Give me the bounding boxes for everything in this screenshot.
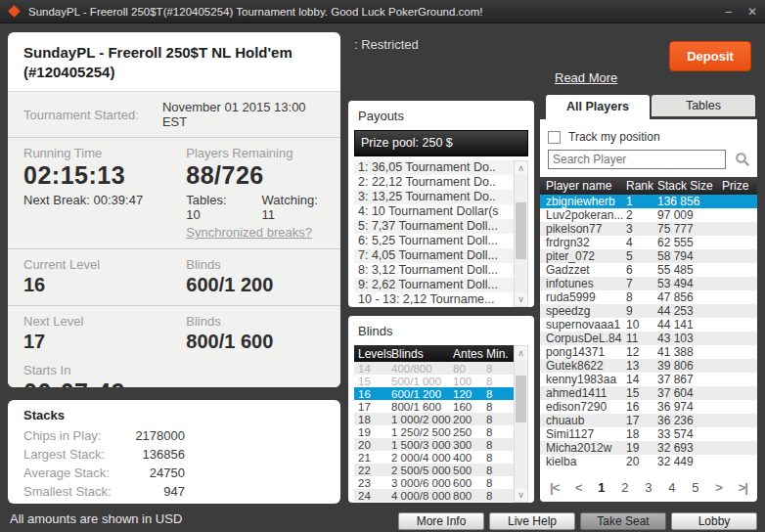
player-stack: 97 009 (657, 208, 722, 222)
player-name: Micha2012w (540, 441, 624, 455)
payouts-scrollbar[interactable]: ∧ ∨ (514, 160, 528, 307)
stacks-card: Stacks Chips in Play: 2178000 Largest St… (8, 400, 340, 504)
stack-label: Smallest Stack: (23, 482, 126, 501)
player-row[interactable]: ahmed1411 15 37 604 (540, 386, 757, 400)
scroll-up-icon[interactable]: ∧ (515, 346, 527, 360)
player-row[interactable]: infotunes 7 53 494 (540, 277, 757, 290)
player-name: supernovaaa1 (540, 318, 624, 332)
blinds-value: 400/800 (391, 363, 453, 375)
player-row[interactable]: Simi1127 18 33 574 (540, 427, 757, 441)
player-row[interactable]: kenny1983aa 14 37 867 (540, 373, 757, 386)
bottom-button[interactable]: Live Help (489, 512, 575, 530)
deposit-button[interactable]: Deposit (669, 41, 751, 71)
pagination-item[interactable]: < (575, 479, 582, 497)
blinds-antes: 250 (453, 426, 486, 438)
pagination-item[interactable]: 1 (598, 479, 605, 497)
next-blinds-label: Blinds (186, 314, 325, 329)
column-levels: Levels (354, 347, 391, 361)
blinds-row: 18 1 000/2 000 200 8 (354, 413, 514, 425)
tab-tables[interactable]: Tables (652, 95, 755, 116)
app-diamond-icon (8, 5, 21, 18)
blinds-scrollbar[interactable]: ∧ ∨ (514, 345, 528, 503)
stack-row: Smallest Stack: 947 (23, 482, 325, 501)
pagination-item[interactable]: 4 (668, 479, 675, 497)
pagination-item[interactable]: 2 (621, 479, 628, 497)
player-row[interactable]: kielba 20 32 449 (540, 455, 757, 468)
player-row[interactable]: speedzg 9 44 253 (540, 304, 757, 318)
blinds-rows: 14 400/800 80 8 15 500/1 000 100 8 16 (354, 362, 514, 502)
pagination-item[interactable]: >| (739, 479, 747, 497)
player-row[interactable]: zbigniewherb 1 136 856 (540, 195, 757, 208)
search-player-input[interactable] (548, 150, 726, 169)
minimize-button[interactable]: – (725, 6, 732, 18)
player-row[interactable]: pong14371 12 41 388 (540, 345, 757, 359)
synchronized-breaks-link[interactable]: Synchronized breaks? (186, 225, 312, 240)
blinds-level: 20 (354, 439, 391, 451)
player-row[interactable]: Gutek8622 13 39 806 (540, 359, 757, 373)
blinds-antes: 100 (453, 376, 486, 387)
scroll-up-icon[interactable]: ∧ (515, 161, 527, 175)
stack-value: 947 (126, 482, 185, 501)
player-rank: 4 (624, 236, 657, 249)
current-level-value: 16 (23, 272, 186, 297)
player-row[interactable]: Gadzzet 6 55 485 (540, 263, 757, 277)
payout-item: 7: 4,05 Tournament Doll... (354, 248, 514, 263)
player-rank: 2 (624, 208, 657, 222)
player-name: CorpusDeL.84 (540, 332, 624, 345)
player-row[interactable]: edison7290 16 36 974 (540, 400, 757, 414)
player-row[interactable]: frdrgn32 4 62 555 (540, 236, 757, 249)
search-icon[interactable] (735, 152, 750, 171)
track-position-checkbox[interactable] (548, 131, 561, 144)
bottom-button[interactable]: Take Seat (580, 512, 666, 530)
player-rank: 6 (624, 263, 657, 277)
player-name: Gutek8622 (540, 359, 624, 373)
blinds-value: 4 000/8 000 (391, 490, 453, 502)
blinds-level: 22 (354, 465, 391, 476)
player-row[interactable]: piter_072 5 58 794 (540, 249, 757, 263)
scroll-down-icon[interactable]: ∨ (515, 488, 527, 502)
read-more-link[interactable]: Read More (555, 70, 617, 85)
player-rank: 10 (624, 318, 657, 332)
player-stack: 43 103 (657, 332, 722, 345)
player-row[interactable]: Luv2pokeran... 2 97 009 (540, 208, 757, 222)
pagination-item[interactable]: 3 (645, 479, 652, 497)
stacks-title: Stacks (23, 408, 325, 422)
bottom-button[interactable]: Lobby (671, 512, 757, 530)
tab-all-players[interactable]: All Players (546, 95, 650, 119)
blinds-min: 8 (486, 426, 514, 438)
scrollbar-thumb[interactable] (516, 202, 526, 259)
usd-note: All amounts are shown in USD (10, 511, 182, 526)
blinds-min: 8 (486, 439, 514, 451)
track-position-label: Track my position (568, 130, 660, 144)
scrollbar-thumb[interactable] (516, 376, 526, 422)
player-name: pong14371 (540, 345, 624, 359)
player-row[interactable]: Micha2012w 19 32 693 (540, 441, 757, 455)
blinds-antes: 600 (453, 477, 486, 489)
players-panel: All Players Tables Track my position Pla… (540, 95, 757, 502)
player-stack: 62 555 (657, 236, 722, 249)
close-button[interactable]: ✕ (747, 6, 757, 18)
player-name: speedzg (540, 304, 624, 318)
title-bar: SundayPL - Freeroll 250$T(#120405254) To… (0, 0, 765, 23)
player-row[interactable]: pikelson77 3 75 777 (540, 222, 757, 236)
player-row[interactable]: CorpusDeL.84 11 43 103 (540, 332, 757, 345)
pagination-item[interactable]: > (715, 479, 722, 497)
payout-item: 4: 10 Tournament Dollar(s (354, 204, 514, 219)
stack-label: Average Stack: (23, 464, 126, 482)
blinds-row: 21 2 000/4 000 400 8 (354, 451, 514, 464)
pagination-item[interactable]: 5 (692, 479, 698, 497)
stacks-rows: Chips in Play: 2178000 Largest Stack: 13… (23, 426, 325, 501)
players-rows: zbigniewherb 1 136 856 Luv2pokeran... 2 … (540, 195, 757, 468)
player-stack: 41 388 (657, 345, 722, 359)
player-row[interactable]: chuaub 17 36 236 (540, 414, 757, 427)
player-row[interactable]: supernovaaa1 10 44 141 (540, 318, 757, 332)
payouts-title: Payouts (358, 109, 524, 123)
window-title: SundayPL - Freeroll 250$T(#120405254) To… (28, 6, 709, 18)
scroll-down-icon[interactable]: ∨ (515, 292, 527, 306)
player-row[interactable]: ruda5999 8 47 856 (540, 290, 757, 304)
bottom-button[interactable]: More Info (398, 512, 484, 530)
column-rank: Rank (624, 179, 657, 193)
player-stack: 32 693 (657, 441, 722, 455)
tournament-title: SundayPL - Freeroll 250$T NL Hold'em (#1… (8, 32, 340, 91)
pagination-item[interactable]: |< (550, 479, 559, 497)
